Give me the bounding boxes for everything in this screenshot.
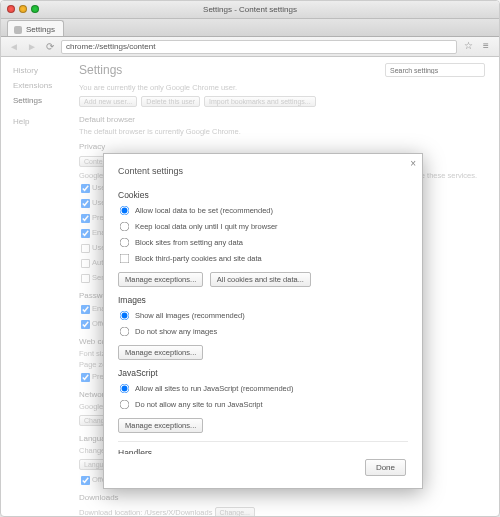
close-window-button[interactable] bbox=[7, 5, 15, 13]
js-option-allow: Allow all sites to run JavaScript (recom… bbox=[118, 382, 408, 395]
radio-cookies-allow[interactable] bbox=[120, 206, 130, 216]
content-settings-dialog: × Content settings Cookies Allow local d… bbox=[103, 153, 423, 489]
forward-button[interactable]: ► bbox=[25, 40, 39, 54]
bookmark-star-icon[interactable]: ☆ bbox=[461, 40, 475, 54]
images-option-hide: Do not show any images bbox=[118, 325, 408, 338]
radio-images-show[interactable] bbox=[120, 311, 130, 321]
section-javascript-title: JavaScript bbox=[118, 368, 408, 378]
page-content: History Extensions Settings Help Setting… bbox=[1, 57, 499, 516]
cookies-option-block: Block sites from setting any data bbox=[118, 236, 408, 249]
section-images-title: Images bbox=[118, 295, 408, 305]
radio-cookies-session[interactable] bbox=[120, 222, 130, 232]
section-cookies-title: Cookies bbox=[118, 190, 408, 200]
minimize-window-button[interactable] bbox=[19, 5, 27, 13]
titlebar: Settings - Content settings bbox=[1, 1, 499, 19]
checkbox-block-thirdparty[interactable] bbox=[120, 254, 130, 264]
radio-images-hide[interactable] bbox=[120, 327, 130, 337]
toolbar: ◄ ► ⟳ ☆ ≡ bbox=[1, 37, 499, 57]
dialog-body: Cookies Allow local data to be set (reco… bbox=[118, 184, 408, 454]
chrome-menu-icon[interactable]: ≡ bbox=[479, 40, 493, 54]
address-bar[interactable] bbox=[61, 40, 457, 54]
section-handlers-title: Handlers bbox=[118, 448, 408, 454]
dialog-title: Content settings bbox=[118, 166, 408, 176]
tab-favicon bbox=[14, 26, 22, 34]
window-title: Settings - Content settings bbox=[1, 1, 499, 19]
tab-title: Settings bbox=[26, 25, 55, 34]
done-button[interactable]: Done bbox=[365, 459, 406, 476]
reload-button[interactable]: ⟳ bbox=[43, 40, 57, 54]
all-cookies-button[interactable]: All cookies and site data... bbox=[210, 272, 311, 287]
images-option-show: Show all images (recommended) bbox=[118, 309, 408, 322]
radio-js-allow[interactable] bbox=[120, 384, 130, 394]
tab-strip: Settings bbox=[1, 19, 499, 37]
js-option-block: Do not allow any site to run JavaScript bbox=[118, 398, 408, 411]
cookies-manage-exceptions-button[interactable]: Manage exceptions... bbox=[118, 272, 203, 287]
cookies-option-block-thirdparty: Block third-party cookies and site data bbox=[118, 252, 408, 265]
tab-settings[interactable]: Settings bbox=[7, 20, 64, 36]
zoom-window-button[interactable] bbox=[31, 5, 39, 13]
radio-cookies-block[interactable] bbox=[120, 238, 130, 248]
radio-js-block[interactable] bbox=[120, 400, 130, 410]
cookies-option-session: Keep local data only until I quit my bro… bbox=[118, 220, 408, 233]
images-manage-exceptions-button[interactable]: Manage exceptions... bbox=[118, 345, 203, 360]
cookies-option-allow: Allow local data to be set (recommended) bbox=[118, 204, 408, 217]
close-icon[interactable]: × bbox=[410, 158, 416, 169]
window-controls bbox=[7, 5, 39, 13]
divider bbox=[118, 441, 408, 442]
js-manage-exceptions-button[interactable]: Manage exceptions... bbox=[118, 418, 203, 433]
back-button[interactable]: ◄ bbox=[7, 40, 21, 54]
browser-window: Settings - Content settings Settings ◄ ►… bbox=[0, 0, 500, 517]
